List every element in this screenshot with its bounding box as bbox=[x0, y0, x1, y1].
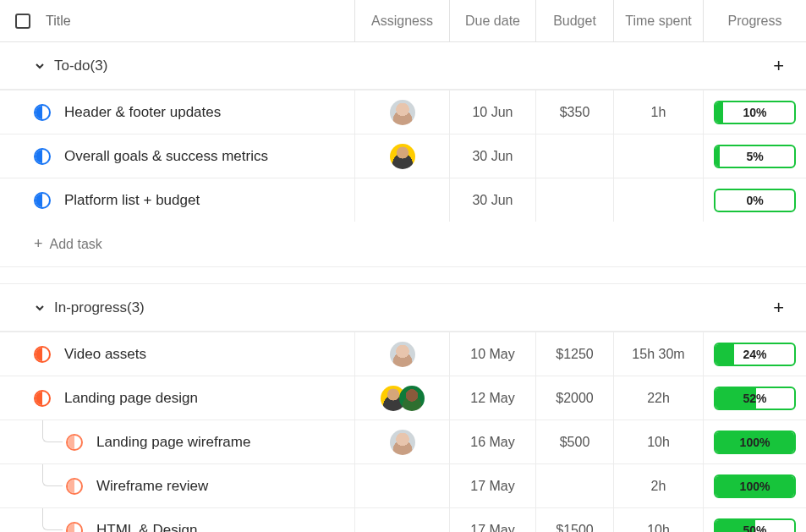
progress-cell[interactable]: 5% bbox=[704, 134, 806, 178]
header-progress: Progress bbox=[704, 0, 806, 42]
time-spent-cell[interactable]: 2h bbox=[614, 463, 704, 507]
budget-cell[interactable] bbox=[536, 178, 614, 222]
add-task-icon[interactable]: + bbox=[768, 299, 789, 317]
task-title: Video assets bbox=[64, 346, 146, 363]
header-title-label: Title bbox=[46, 14, 71, 29]
avatar bbox=[399, 386, 425, 411]
assignee-cell[interactable] bbox=[355, 178, 450, 222]
assignee-cell[interactable] bbox=[355, 332, 450, 376]
group-label: To-do(3) bbox=[54, 58, 107, 74]
task-table: Title Assigness Due date Budget Time spe… bbox=[0, 0, 806, 532]
avatar bbox=[390, 100, 415, 125]
due-date-cell[interactable]: 12 May bbox=[450, 376, 536, 420]
budget-cell[interactable]: $500 bbox=[536, 420, 614, 463]
status-icon bbox=[34, 390, 51, 407]
budget-cell[interactable]: $2000 bbox=[536, 376, 614, 420]
header-due-date: Due date bbox=[450, 0, 536, 42]
time-spent-cell[interactable]: 10h bbox=[614, 507, 704, 532]
group-label: In-progress(3) bbox=[54, 299, 145, 316]
status-icon bbox=[66, 434, 83, 451]
tree-connector bbox=[42, 464, 63, 486]
task-title: Platform list + budget bbox=[64, 192, 200, 209]
avatar bbox=[390, 342, 415, 367]
task-title: Landing page wireframe bbox=[96, 434, 250, 451]
time-spent-cell[interactable]: 15h 30m bbox=[614, 332, 704, 376]
time-spent-cell[interactable] bbox=[614, 178, 704, 222]
progress-cell[interactable]: 100% bbox=[704, 420, 806, 463]
assignee-cell[interactable] bbox=[355, 507, 450, 532]
time-spent-cell[interactable]: 22h bbox=[614, 376, 704, 420]
select-all-checkbox[interactable] bbox=[15, 14, 30, 29]
budget-cell[interactable]: $350 bbox=[536, 90, 614, 134]
group-spacer bbox=[0, 267, 806, 284]
time-spent-cell[interactable] bbox=[614, 134, 704, 178]
budget-cell[interactable] bbox=[536, 463, 614, 507]
task-title: Wireframe review bbox=[96, 478, 208, 495]
due-date-cell[interactable]: 30 Jun bbox=[450, 178, 536, 222]
plus-icon: + bbox=[34, 235, 43, 253]
avatar bbox=[390, 144, 415, 169]
task-title: Landing page design bbox=[64, 390, 198, 407]
add-task-label: Add task bbox=[50, 237, 102, 252]
budget-cell[interactable]: $1250 bbox=[536, 332, 614, 376]
add-task-icon[interactable]: + bbox=[768, 57, 789, 75]
group-header-todo[interactable]: To-do(3) + bbox=[0, 42, 806, 90]
assignee-cell[interactable] bbox=[355, 463, 450, 507]
progress-cell[interactable]: 52% bbox=[704, 376, 806, 420]
group-header-inprogress[interactable]: In-progress(3) + bbox=[0, 284, 806, 332]
progress-cell[interactable]: 10% bbox=[704, 90, 806, 134]
due-date-cell[interactable]: 17 May bbox=[450, 507, 536, 532]
avatar bbox=[390, 430, 415, 455]
time-spent-cell[interactable]: 10h bbox=[614, 420, 704, 463]
status-icon bbox=[34, 148, 51, 165]
task-title: Overall goals & success metrics bbox=[64, 148, 268, 165]
assignee-cell[interactable] bbox=[355, 376, 450, 420]
progress-cell[interactable]: 24% bbox=[704, 332, 806, 376]
budget-cell[interactable]: $1500 bbox=[536, 507, 614, 532]
progress-cell[interactable]: 0% bbox=[704, 178, 806, 222]
header-time-spent: Time spent bbox=[614, 0, 704, 42]
budget-cell[interactable] bbox=[536, 134, 614, 178]
tree-connector bbox=[42, 508, 63, 530]
header-budget: Budget bbox=[536, 0, 614, 42]
add-task-button[interactable]: + Add task bbox=[0, 222, 806, 267]
status-icon bbox=[34, 192, 51, 209]
tree-connector bbox=[42, 420, 63, 442]
due-date-cell[interactable]: 10 Jun bbox=[450, 90, 536, 134]
due-date-cell[interactable]: 10 May bbox=[450, 332, 536, 376]
status-icon bbox=[66, 478, 83, 495]
assignee-cell[interactable] bbox=[355, 90, 450, 134]
assignee-cell[interactable] bbox=[355, 134, 450, 178]
status-icon bbox=[66, 522, 83, 533]
task-title: Header & footer updates bbox=[64, 104, 221, 121]
assignee-cell[interactable] bbox=[355, 420, 450, 463]
due-date-cell[interactable]: 17 May bbox=[450, 463, 536, 507]
due-date-cell[interactable]: 16 May bbox=[450, 420, 536, 463]
time-spent-cell[interactable]: 1h bbox=[614, 90, 704, 134]
task-title: HTML & Design bbox=[96, 522, 197, 533]
status-icon bbox=[34, 346, 51, 363]
header-title-cell: Title bbox=[0, 0, 355, 42]
due-date-cell[interactable]: 30 Jun bbox=[450, 134, 536, 178]
progress-cell[interactable]: 50% bbox=[704, 507, 806, 532]
header-assignees: Assigness bbox=[355, 0, 450, 42]
status-icon bbox=[34, 104, 51, 121]
chevron-down-icon bbox=[34, 60, 46, 72]
chevron-down-icon bbox=[34, 302, 46, 314]
progress-cell[interactable]: 100% bbox=[704, 463, 806, 507]
